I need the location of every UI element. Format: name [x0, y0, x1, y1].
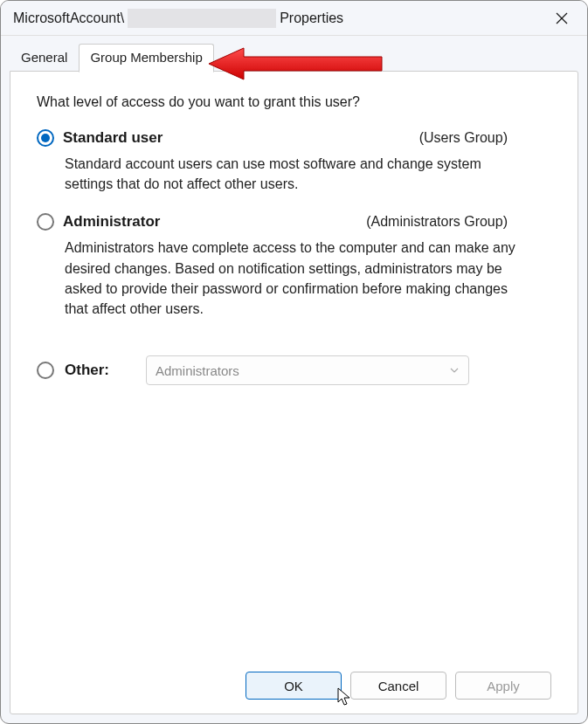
title-prefix: MicrosoftAccount\	[13, 10, 124, 26]
close-button[interactable]	[547, 3, 577, 33]
label-standard: Standard user	[63, 129, 163, 147]
dialog-buttons: OK Cancel Apply	[37, 661, 551, 700]
tab-strip: General Group Membership	[1, 36, 587, 72]
tab-general[interactable]: General	[10, 44, 79, 72]
tab-panel: What level of access do you want to gran…	[10, 71, 578, 714]
close-icon	[556, 12, 568, 24]
combo-value: Administrators	[156, 363, 239, 378]
label-administrator: Administrator	[63, 213, 160, 231]
option-administrator: Administrator (Administrators Group) Adm…	[37, 213, 551, 319]
title-redacted	[128, 9, 276, 28]
ok-button[interactable]: OK	[246, 672, 342, 700]
chevron-down-icon	[449, 365, 460, 376]
title-suffix: Properties	[280, 10, 343, 26]
other-group-combobox[interactable]: Administrators	[146, 355, 469, 385]
apply-button[interactable]: Apply	[455, 672, 551, 700]
group-standard: (Users Group)	[419, 130, 508, 146]
access-prompt: What level of access do you want to gran…	[37, 94, 551, 110]
label-other: Other:	[65, 362, 109, 379]
radio-standard[interactable]	[37, 129, 54, 147]
radio-other[interactable]	[37, 362, 54, 379]
cancel-button[interactable]: Cancel	[350, 672, 446, 700]
group-administrator: (Administrators Group)	[366, 214, 508, 230]
option-other: Other: Administrators	[37, 355, 551, 385]
desc-standard: Standard account users can use most soft…	[65, 154, 516, 194]
tab-group-membership[interactable]: Group Membership	[79, 44, 213, 72]
properties-dialog: MicrosoftAccount\ Properties General Gro…	[0, 0, 588, 724]
radio-administrator[interactable]	[37, 213, 54, 231]
option-standard: Standard user (Users Group) Standard acc…	[37, 129, 551, 194]
titlebar: MicrosoftAccount\ Properties	[1, 1, 587, 36]
desc-administrator: Administrators have complete access to t…	[65, 238, 516, 319]
